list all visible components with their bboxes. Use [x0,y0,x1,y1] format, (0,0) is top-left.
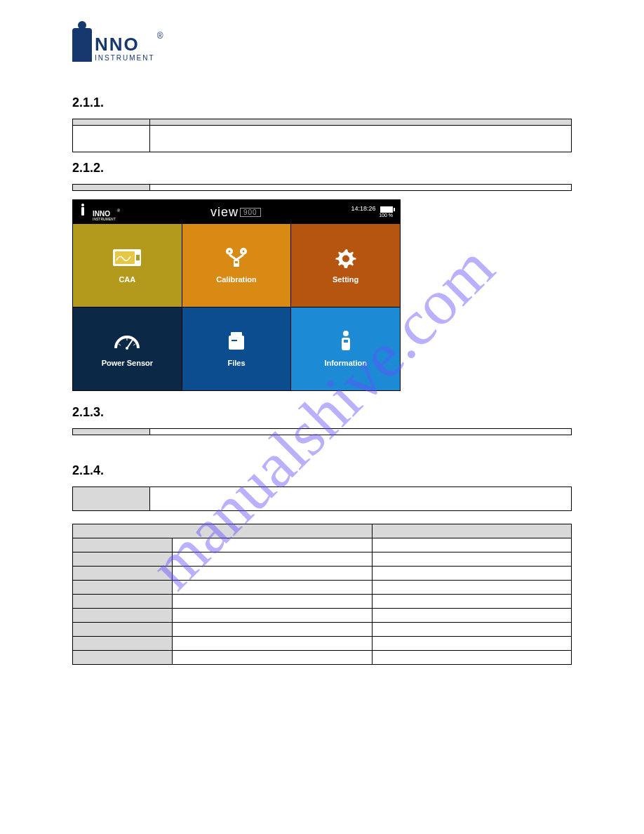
device-header: INNO INSTRUMENT ® view 900 14:18:26 100 … [73,200,400,224]
svg-point-8 [242,251,244,253]
caa-icon [115,247,139,268]
gauge-icon [115,331,139,352]
section-heading: 2.1.4. [72,463,572,478]
brand-logo: NNO INSTRUMENT ® [72,28,572,62]
svg-line-14 [119,344,121,345]
device-clock: 14:18:26 [351,205,375,212]
device-brand: INNO [93,211,116,218]
table-2-1-2 [72,184,572,191]
files-icon [224,331,248,352]
tile-label: Power Sensor [102,359,153,367]
info-icon [334,331,358,352]
tile-label: Files [227,359,245,367]
svg-point-20 [343,331,349,336]
svg-rect-10 [235,261,238,263]
tile-calibration[interactable]: Calibration [182,224,291,307]
svg-point-13 [126,347,128,350]
section-heading: 2.1.1. [72,95,572,110]
svg-rect-22 [344,340,348,343]
logo-i-mark [72,28,92,62]
tile-information[interactable]: Information [291,307,400,390]
svg-rect-1 [81,207,84,216]
svg-rect-18 [231,332,242,336]
svg-point-11 [342,256,349,263]
svg-rect-4 [136,255,140,260]
tile-label: CAA [119,275,135,284]
svg-point-0 [81,204,84,206]
logo-top-text: NNO [95,35,155,53]
device-title-view: view [210,205,239,220]
device-logo: INNO INSTRUMENT ® [80,204,120,221]
svg-line-16 [133,344,135,345]
detail-table [72,524,572,665]
svg-rect-19 [232,340,237,341]
table-2-1-3 [72,428,572,435]
battery-percent: 100 % [351,213,393,218]
section-heading: 2.1.2. [72,161,572,176]
tile-label: Setting [333,275,358,284]
logo-bottom-text: INSTRUMENT [95,55,155,62]
app-grid: CAA Calibration [73,224,400,390]
tile-label: Information [324,359,367,367]
svg-rect-21 [342,338,350,350]
svg-rect-17 [229,336,244,350]
calibration-icon [224,247,248,268]
tile-power-sensor[interactable]: Power Sensor [73,307,182,390]
svg-point-7 [228,251,230,253]
battery-icon [380,206,393,213]
page-content: NNO INSTRUMENT ® 2.1.1. 2.1.2. INNO INST… [0,0,644,665]
tile-setting[interactable]: Setting [291,224,400,307]
tile-caa[interactable]: CAA [73,224,182,307]
tile-files[interactable]: Files [182,307,291,390]
table-2-1-1 [72,119,572,152]
registered-icon: ® [117,208,120,213]
gear-icon [334,247,358,268]
device-title: view 900 [210,205,261,220]
logo-text: NNO INSTRUMENT ® [95,35,155,62]
device-model: 900 [240,208,261,217]
section-heading: 2.1.3. [72,405,572,420]
registered-icon: ® [157,31,163,41]
device-brand-sub: INSTRUMENT [93,218,116,221]
device-status: 14:18:26 100 % [351,205,393,218]
device-screenshot: INNO INSTRUMENT ® view 900 14:18:26 100 … [72,199,401,391]
table-2-1-4 [72,486,572,511]
tile-label: Calibration [216,275,256,284]
svg-line-12 [127,340,133,348]
